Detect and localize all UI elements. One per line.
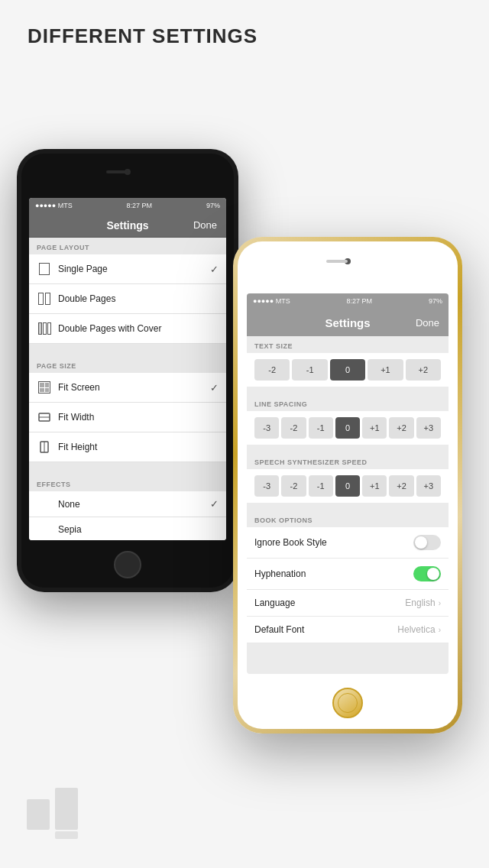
double-pages-icon [37,291,52,306]
ls-minus2[interactable]: -2 [281,417,306,439]
default-font-value: Helvetica [397,624,435,635]
dark-nav-title: Settings [106,219,148,232]
svg-rect-0 [27,799,50,830]
fit-screen-label: Fit Screen [58,382,210,393]
fit-height-label: Fit Height [58,442,219,452]
line-spacing-row: -3 -2 -1 0 +1 +2 +3 [254,417,441,439]
spacer-2 [29,462,226,474]
light-nav-bar: Settings Done [247,309,449,336]
default-font-chevron: › [439,626,441,634]
light-status-bar: ●●●●● MTS 8:27 PM 97% [247,293,449,309]
language-label: Language [254,598,405,608]
dark-row-fit-width[interactable]: Fit Width [29,403,226,432]
ls-minus3[interactable]: -3 [254,417,279,439]
speech-speed-row: -3 -2 -1 0 +1 +2 +3 [254,475,441,497]
dark-section-effects: EFFECTS [29,474,226,491]
light-phone-speaker [326,260,348,263]
ls-plus2[interactable]: +2 [389,417,413,439]
spacer-l1 [247,387,449,394]
dark-time: 8:27 PM [127,202,153,209]
fit-screen-icon [37,380,52,395]
dark-section-page-layout: PAGE LAYOUT [29,238,226,254]
light-time: 8:27 PM [347,297,373,305]
ls-minus1[interactable]: -1 [309,417,333,439]
none-label: None [37,499,210,510]
fit-width-icon [37,410,52,425]
phone-dark: ●●●●● MTS 8:27 PM 97% Settings Done PAGE… [17,149,238,592]
hyphenation-toggle[interactable] [413,566,441,581]
light-row-hyphenation[interactable]: Hyphenation [247,559,449,590]
text-size-row: -2 -1 0 +1 +2 [254,359,441,381]
line-spacing-stepper: -3 -2 -1 0 +1 +2 +3 [247,411,449,445]
dark-carrier: ●●●●● MTS [35,202,73,209]
svg-rect-2 [55,831,78,839]
ss-minus3[interactable]: -3 [254,475,279,497]
ls-0[interactable]: 0 [335,417,360,439]
light-section-line-spacing: LINE SPACING [247,394,449,411]
text-size-stepper: -2 -1 0 +1 +2 [247,353,449,387]
ss-plus1[interactable]: +1 [362,475,387,497]
spacer-1 [29,344,226,356]
light-row-default-font[interactable]: Default Font Helvetica › [247,617,449,643]
ss-minus1[interactable]: -1 [309,475,333,497]
none-check: ✓ [210,498,219,510]
dark-row-sepia[interactable]: Sepia [29,517,226,540]
ss-plus3[interactable]: +3 [416,475,441,497]
light-row-language[interactable]: Language English › [247,590,449,617]
ignore-style-toggle[interactable] [413,535,441,550]
dark-phone-screen: ●●●●● MTS 8:27 PM 97% Settings Done PAGE… [29,198,226,540]
dark-row-single-page[interactable]: Single Page ✓ [29,254,226,284]
light-section-text-size: TEXT SIZE [247,336,449,353]
double-pages-cover-icon [37,321,52,336]
watermark-logo [23,784,84,845]
fit-screen-check: ✓ [210,382,219,394]
light-phone-screen: ●●●●● MTS 8:27 PM 97% Settings Done TEXT… [247,293,449,674]
ss-plus2[interactable]: +2 [389,475,413,497]
light-nav-title: Settings [325,316,370,329]
ls-plus3[interactable]: +3 [416,417,441,439]
ignore-style-label: Ignore Book Style [254,537,413,548]
text-size-plus1[interactable]: +1 [368,359,403,381]
phone-light: ●●●●● MTS 8:27 PM 97% Settings Done TEXT… [233,237,462,734]
language-chevron: › [439,599,441,607]
dark-row-fit-height[interactable]: Fit Height [29,432,226,462]
ls-plus1[interactable]: +1 [362,417,387,439]
text-size-minus2[interactable]: -2 [254,359,290,381]
light-row-ignore-style[interactable]: Ignore Book Style [247,527,449,559]
dark-nav-done[interactable]: Done [193,219,217,231]
light-carrier: ●●●●● MTS [253,297,290,305]
double-pages-cover-label: Double Pages with Cover [58,323,219,334]
speech-speed-stepper: -3 -2 -1 0 +1 +2 +3 [247,469,449,503]
text-size-minus1[interactable]: -1 [292,359,327,381]
ss-0[interactable]: 0 [335,475,360,497]
ss-minus2[interactable]: -2 [281,475,306,497]
dark-battery: 97% [206,202,220,209]
fit-height-icon [37,439,52,455]
dark-row-double-pages[interactable]: Double Pages [29,284,226,314]
spacer-l3 [247,503,449,510]
double-pages-label: Double Pages [58,293,219,304]
language-value: English [405,598,435,608]
dark-row-double-pages-cover[interactable]: Double Pages with Cover [29,314,226,344]
dark-row-fit-screen[interactable]: Fit Screen ✓ [29,373,226,403]
page-title: DIFFERENT SETTINGS [28,24,257,48]
light-battery: 97% [429,297,442,305]
dark-section-page-size: PAGE SIZE [29,356,226,373]
dark-row-none[interactable]: None ✓ [29,491,226,517]
light-home-button-inner [338,693,358,713]
dark-status-bar: ●●●●● MTS 8:27 PM 97% [29,198,226,213]
dark-home-button[interactable] [114,551,141,578]
light-section-book-options: BOOK OPTIONS [247,510,449,527]
svg-rect-1 [55,788,78,830]
light-nav-done[interactable]: Done [416,317,439,329]
light-section-speech-speed: SPEECH SYNTHESIZER SPEED [247,452,449,469]
text-size-0[interactable]: 0 [330,359,365,381]
text-size-plus2[interactable]: +2 [406,359,441,381]
spacer-l2 [247,445,449,452]
dark-phone-speaker [106,170,128,173]
single-page-check: ✓ [210,264,219,275]
single-page-label: Single Page [58,264,210,274]
light-home-button[interactable] [332,688,363,718]
default-font-label: Default Font [254,624,397,635]
hyphenation-label: Hyphenation [254,568,413,579]
